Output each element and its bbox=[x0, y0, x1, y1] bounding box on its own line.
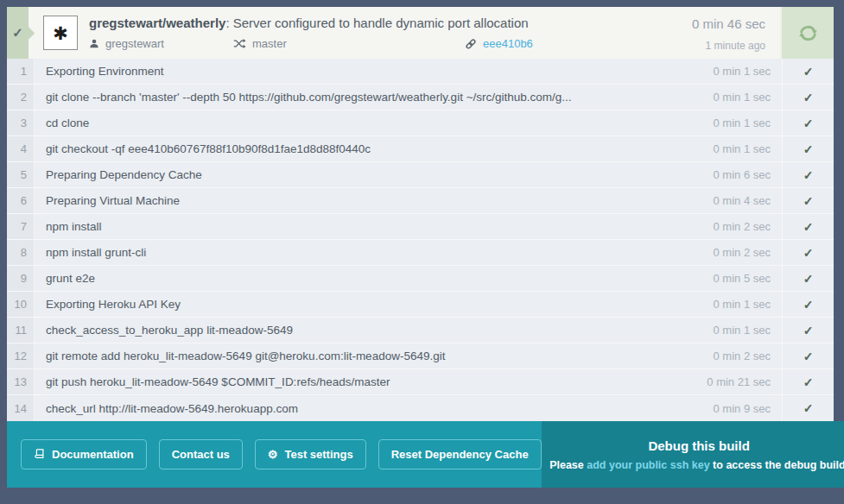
build-step-row[interactable]: 8 npm install grunt-cli 0 min 2 sec ✓ bbox=[7, 240, 834, 266]
step-number: 12 bbox=[7, 343, 35, 369]
step-number: 9 bbox=[7, 266, 35, 291]
step-success-check-icon: ✓ bbox=[803, 194, 814, 208]
step-duration: 0 min 1 sec bbox=[714, 85, 782, 110]
step-number: 11 bbox=[7, 318, 35, 343]
step-label: Preparing Virtual Machine bbox=[35, 188, 714, 213]
step-duration: 0 min 1 sec bbox=[714, 292, 782, 317]
step-label: npm install grunt-cli bbox=[35, 240, 714, 265]
build-step-row[interactable]: 10 Exporting Heroku API Key 0 min 1 sec … bbox=[7, 292, 834, 318]
step-duration: 0 min 1 sec bbox=[714, 59, 782, 84]
build-header: ✓ ✱ gregstewart/weatherly: Server config… bbox=[7, 7, 834, 59]
step-duration: 0 min 2 sec bbox=[714, 214, 782, 239]
step-number: 10 bbox=[7, 292, 35, 317]
shuffle-icon bbox=[233, 38, 246, 49]
build-title: gregstewart/weatherly: Server configured… bbox=[89, 16, 692, 30]
step-number: 3 bbox=[7, 110, 35, 135]
status-strip-pointer bbox=[22, 26, 35, 40]
step-number: 14 bbox=[7, 395, 35, 421]
step-duration: 0 min 1 sec bbox=[714, 318, 782, 343]
build-step-row[interactable]: 12 git remote add heroku_lit-meadow-5649… bbox=[7, 343, 834, 369]
build-meta: gregstewart master eee410b6 bbox=[89, 37, 692, 50]
reset-dependency-cache-label: Reset Dependency Cache bbox=[391, 448, 529, 461]
contact-us-button[interactable]: Contact us bbox=[159, 439, 243, 469]
repo-name: gregstewart/weatherly bbox=[89, 16, 225, 30]
build-step-row[interactable]: 6 Preparing Virtual Machine 0 min 4 sec … bbox=[7, 188, 834, 214]
documentation-button[interactable]: Documentation bbox=[21, 439, 147, 469]
build-step-row[interactable]: 4 git checkout -qf eee410b60767f88f10b90… bbox=[7, 136, 834, 162]
build-step-row[interactable]: 1 Exporting Environment 0 min 1 sec ✓ bbox=[7, 59, 834, 85]
step-duration: 0 min 4 sec bbox=[714, 188, 782, 213]
debug-build-text: Please add your public ssh key to access… bbox=[542, 459, 844, 471]
build-step-row[interactable]: 2 git clone --branch 'master' --depth 50… bbox=[7, 85, 834, 110]
test-settings-label: Test settings bbox=[284, 448, 352, 461]
step-number: 1 bbox=[7, 59, 35, 84]
build-footer: Documentation Contact us ⚙ Test settings… bbox=[7, 421, 834, 488]
build-times: 0 min 46 sec 1 minute ago bbox=[692, 7, 780, 59]
step-label: check_access_to_heroku_app lit-meadow-56… bbox=[35, 318, 714, 343]
build-step-row[interactable]: 14 check_url http://lit-meadow-5649.hero… bbox=[7, 395, 834, 421]
commit-message: : Server configured to handle dynamic po… bbox=[225, 16, 528, 30]
build-detail-panel: ✓ ✱ gregstewart/weatherly: Server config… bbox=[7, 7, 834, 488]
build-step-row[interactable]: 13 git push heroku_lit-meadow-5649 $COMM… bbox=[7, 369, 834, 395]
step-success-check-icon: ✓ bbox=[803, 65, 814, 79]
step-success-check-icon: ✓ bbox=[803, 220, 814, 234]
step-duration: 0 min 21 sec bbox=[707, 369, 782, 394]
build-step-row[interactable]: 7 npm install 0 min 2 sec ✓ bbox=[7, 214, 834, 240]
step-duration: 0 min 2 sec bbox=[714, 343, 782, 369]
commit-hash-link[interactable]: eee410b6 bbox=[483, 37, 533, 50]
step-duration: 0 min 1 sec bbox=[714, 110, 782, 135]
project-avatar: ✱ bbox=[43, 16, 78, 50]
build-step-row[interactable]: 3 cd clone 0 min 1 sec ✓ bbox=[7, 110, 834, 136]
step-number: 6 bbox=[7, 188, 35, 213]
step-label: git checkout -qf eee410b60767f88f10b90f8… bbox=[35, 136, 714, 161]
build-header-text: gregstewart/weatherly: Server configured… bbox=[89, 7, 692, 59]
step-success-check-icon: ✓ bbox=[803, 324, 814, 337]
build-step-row[interactable]: 5 Preparing Dependency Cache 0 min 6 sec… bbox=[7, 162, 834, 188]
step-number: 4 bbox=[7, 136, 35, 161]
link-icon bbox=[465, 38, 477, 50]
reset-dependency-cache-button[interactable]: Reset Dependency Cache bbox=[378, 439, 542, 469]
build-branch: master bbox=[233, 37, 465, 50]
author-name: gregstewart bbox=[105, 37, 164, 50]
build-time-ago: 1 minute ago bbox=[692, 40, 765, 52]
step-duration: 0 min 9 sec bbox=[714, 395, 782, 421]
step-duration: 0 min 2 sec bbox=[714, 240, 782, 265]
debug-build-panel: Debug this build Please add your public … bbox=[542, 421, 844, 488]
step-success-check-icon: ✓ bbox=[803, 142, 814, 156]
step-success-check-icon: ✓ bbox=[803, 91, 814, 104]
step-label: Preparing Dependency Cache bbox=[35, 162, 714, 187]
documentation-label: Documentation bbox=[52, 448, 134, 461]
build-step-row[interactable]: 11 check_access_to_heroku_app lit-meadow… bbox=[7, 318, 834, 343]
test-settings-button[interactable]: ⚙ Test settings bbox=[255, 439, 366, 469]
build-duration: 0 min 46 sec bbox=[692, 16, 765, 31]
step-number: 2 bbox=[7, 85, 35, 110]
refresh-icon bbox=[796, 22, 820, 45]
step-label: grunt e2e bbox=[35, 266, 714, 291]
book-icon bbox=[34, 449, 45, 460]
restart-build-button[interactable] bbox=[780, 7, 834, 59]
add-ssh-key-link[interactable]: add your public ssh key bbox=[587, 459, 709, 471]
build-status-strip: ✓ bbox=[7, 7, 29, 59]
build-step-row[interactable]: 9 grunt e2e 0 min 5 sec ✓ bbox=[7, 266, 834, 292]
step-duration: 0 min 6 sec bbox=[714, 162, 782, 187]
person-icon bbox=[89, 38, 99, 49]
build-author: gregstewart bbox=[89, 37, 233, 50]
step-label: npm install bbox=[35, 214, 714, 239]
build-steps-list: 1 Exporting Environment 0 min 1 sec ✓ 2 … bbox=[7, 59, 834, 421]
step-success-check-icon: ✓ bbox=[803, 298, 814, 312]
step-success-check-icon: ✓ bbox=[803, 272, 814, 286]
step-success-check-icon: ✓ bbox=[803, 401, 814, 415]
step-number: 13 bbox=[7, 369, 35, 394]
step-label: git remote add heroku_lit-meadow-5649 gi… bbox=[35, 343, 714, 369]
branch-name: master bbox=[252, 37, 287, 50]
step-label: Exporting Environment bbox=[35, 59, 714, 84]
step-number: 5 bbox=[7, 162, 35, 187]
step-label: check_url http://lit-meadow-5649.herokua… bbox=[35, 395, 714, 421]
step-label: git clone --branch 'master' --depth 50 h… bbox=[35, 85, 714, 110]
gear-icon: ⚙ bbox=[268, 449, 278, 460]
debug-build-title: Debug this build bbox=[542, 438, 844, 453]
step-number: 7 bbox=[7, 214, 35, 239]
step-label: Exporting Heroku API Key bbox=[35, 292, 714, 317]
asterisk-icon: ✱ bbox=[53, 24, 68, 42]
build-page: ✓ ✱ gregstewart/weatherly: Server config… bbox=[0, 0, 844, 504]
